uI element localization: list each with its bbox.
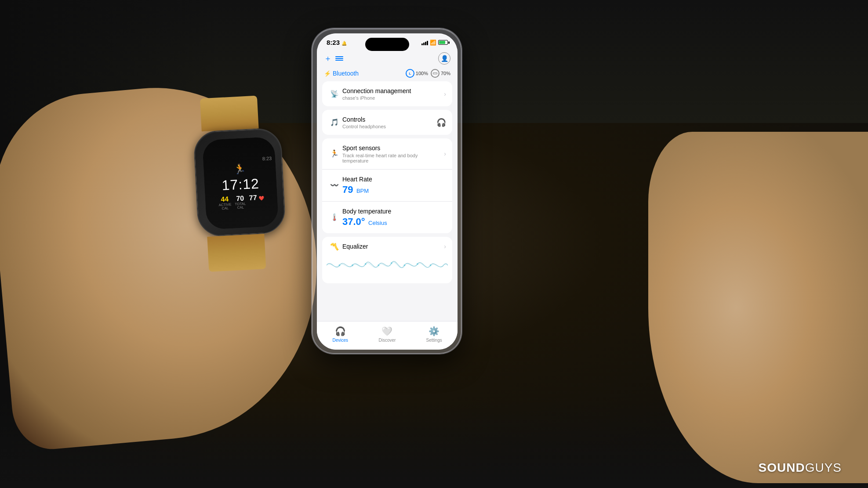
profile-icon[interactable]: 👤	[438, 52, 450, 65]
connection-title: Connection management	[342, 87, 444, 95]
watch-active-cal-label: ACTIVECAL	[218, 203, 232, 210]
menu-line-1	[335, 56, 343, 57]
svg-point-3	[378, 264, 379, 266]
nav-settings[interactable]: ⚙️ Settings	[419, 326, 450, 343]
watch-screen: 8:23 🏃 17:12 44 ACTIVECAL 70 TOTALCAL 77	[202, 137, 279, 230]
controls-ear-icon: 🎧	[436, 118, 446, 127]
sport-sensors-item[interactable]: 🏃 Sport sensors Track real-time heart ra…	[322, 138, 452, 169]
controls-title: Controls	[342, 116, 436, 123]
wifi-icon: 📶	[430, 40, 436, 46]
nav-devices-icon: 🎧	[335, 326, 346, 336]
nav-devices[interactable]: 🎧 Devices	[325, 326, 356, 343]
temp-icon: 🌡️	[328, 213, 341, 221]
nav-discover-icon: 🤍	[381, 326, 392, 336]
eq-icon: 〽️	[328, 242, 341, 251]
watch-heart-rate: 77 ❤️	[249, 193, 264, 202]
eq-chevron: ›	[444, 243, 446, 250]
battery-left-pct: 100%	[416, 71, 428, 76]
connection-chevron: ›	[444, 90, 446, 98]
svg-point-6	[417, 263, 418, 265]
watermark: SOUNDGUYS	[759, 461, 842, 475]
watch-total-cal-label: TOTALCAL	[235, 202, 246, 210]
controls-text: Controls Control headphones	[342, 116, 436, 129]
watch-body: 8:23 🏃 17:12 44 ACTIVECAL 70 TOTALCAL 77	[193, 127, 286, 237]
body-temp-unit: Celsius	[368, 220, 387, 226]
bell-icon: 🔔	[341, 41, 347, 46]
watermark-light: GUYS	[805, 461, 842, 474]
battery-fill	[439, 41, 445, 44]
svg-point-2	[365, 263, 367, 265]
watch-stats: 44 ACTIVECAL 70 TOTALCAL 77 ❤️	[218, 193, 265, 210]
svg-point-0	[339, 264, 341, 266]
menu-line-3	[335, 60, 343, 61]
sport-text: Sport sensors Track real-time heart rate…	[342, 144, 444, 163]
watch-band-top	[200, 96, 259, 132]
watch-active-cal: 44	[218, 195, 231, 203]
header-left-actions: ＋	[324, 53, 343, 64]
bottom-nav: 🎧 Devices 🤍 Discover ⚙️ Settings	[317, 321, 458, 350]
nav-discover-label: Discover	[379, 338, 396, 343]
bluetooth-icon: ⚡	[324, 70, 331, 77]
dynamic-island	[365, 38, 409, 51]
connection-icon: 📡	[328, 90, 341, 98]
nav-devices-label: Devices	[333, 338, 349, 343]
battery-right: 70%	[431, 69, 450, 78]
sport-title: Sport sensors	[342, 144, 444, 152]
controls-subtitle: Control headphones	[342, 124, 436, 129]
connection-management-card: 📡 Connection management chase's iPhone ›	[322, 81, 452, 106]
svg-point-5	[403, 264, 405, 266]
nav-settings-icon: ⚙️	[429, 326, 439, 336]
battery-left-circle: L	[406, 69, 414, 78]
iphone: 8:23 🔔 📶	[308, 24, 466, 358]
nav-settings-label: Settings	[426, 338, 442, 343]
heart-rate-value: 79	[342, 184, 353, 195]
phone-screen: 8:23 🔔 📶	[317, 33, 458, 350]
body-temp-value: 37.0°	[342, 216, 365, 227]
heart-rate-title: Heart Rate	[342, 175, 446, 183]
app-header: ＋ 👤	[322, 49, 452, 67]
add-icon[interactable]: ＋	[324, 53, 332, 64]
signal-bar-2	[423, 43, 425, 45]
apple-watch: 8:23 🏃 17:12 44 ACTIVECAL 70 TOTALCAL 77	[186, 120, 293, 244]
bluetooth-label: ⚡ Bluetooth	[324, 70, 359, 77]
watch-time-small: 8:23	[207, 155, 272, 164]
app-content: ＋ 👤 ⚡ Bluetooth	[317, 49, 458, 321]
sport-sensors-card: 🏃 Sport sensors Track real-time heart ra…	[322, 138, 452, 233]
connection-management-item[interactable]: 📡 Connection management chase's iPhone ›	[322, 81, 452, 106]
watch-total-cal: 70	[234, 194, 246, 202]
signal-bar-4	[427, 41, 428, 45]
connection-subtitle: chase's iPhone	[342, 95, 444, 101]
controls-card: 🎵 Controls Control headphones 🎧	[322, 110, 452, 135]
svg-point-4	[391, 262, 392, 264]
body-temp-item: 🌡️ Body temperature 37.0° Celsius	[322, 201, 452, 233]
eq-svg-wave	[327, 254, 448, 276]
battery-left: L 100%	[406, 69, 428, 78]
eq-title: Equalizer	[342, 242, 444, 250]
menu-icon[interactable]	[335, 56, 343, 61]
heart-rate-text: Heart Rate 79 BPM	[342, 175, 446, 195]
sport-chevron: ›	[444, 150, 446, 157]
status-time: 8:23 🔔	[327, 39, 347, 46]
eq-text: Equalizer	[342, 242, 444, 250]
battery-right-flat	[431, 69, 439, 78]
heart-rate-unit: BPM	[356, 188, 369, 194]
arm-right	[648, 132, 868, 483]
sport-subtitle: Track real-time heart rate and body temp…	[342, 153, 444, 163]
svg-point-1	[352, 264, 353, 266]
bluetooth-text: Bluetooth	[333, 70, 359, 77]
status-icons: 📶	[421, 40, 448, 46]
equalizer-header[interactable]: 〽️ Equalizer ›	[322, 237, 452, 254]
nav-discover[interactable]: 🤍 Discover	[372, 326, 403, 343]
signal-bars	[421, 40, 428, 45]
watch-band-bottom	[207, 234, 266, 272]
signal-bar-1	[421, 43, 423, 45]
watermark-bold: SOUND	[759, 461, 805, 474]
svg-point-7	[430, 264, 432, 266]
body-temp-title: Body temperature	[342, 207, 446, 215]
phone-body: 8:23 🔔 📶	[312, 29, 461, 354]
controls-item[interactable]: 🎵 Controls Control headphones 🎧	[322, 110, 452, 135]
battery-right-pct: 70%	[441, 71, 450, 76]
battery-indicators: L 100% 70%	[406, 69, 450, 78]
battery-icon	[438, 40, 448, 45]
connection-text: Connection management chase's iPhone	[342, 87, 444, 101]
